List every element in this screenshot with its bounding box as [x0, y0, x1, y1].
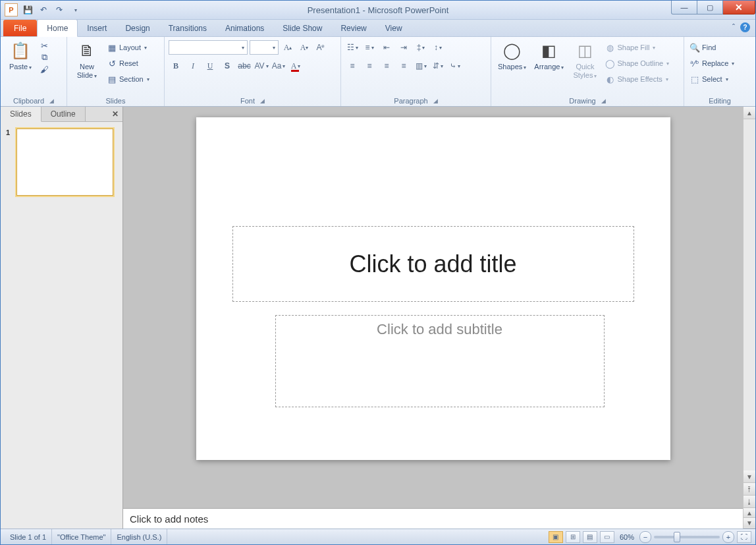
pane-close-button[interactable]: ✕	[108, 107, 122, 121]
tab-design[interactable]: Design	[116, 20, 159, 36]
title-placeholder[interactable]: Click to add title	[232, 226, 634, 302]
subtitle-placeholder[interactable]: Click to add subtitle	[275, 315, 605, 407]
italic-button[interactable]: I	[186, 59, 200, 73]
tab-slideshow[interactable]: Slide Show	[273, 20, 331, 36]
minimize-ribbon-button[interactable]: ˆ	[732, 23, 735, 32]
shadow-button[interactable]: S	[220, 59, 234, 73]
tab-review[interactable]: Review	[331, 20, 375, 36]
smartart-button[interactable]: ⤷▾	[448, 59, 462, 73]
sorter-view-button[interactable]: ⊞	[566, 531, 580, 543]
notes-scrollbar[interactable]: ▲ ▼	[743, 508, 755, 528]
quick-styles-button[interactable]: ◫ Quick Styles▾	[569, 39, 601, 82]
fit-to-window-button[interactable]: ⛶	[737, 531, 751, 543]
replace-button[interactable]: ᵃ⁄ᵇReplace▾	[688, 56, 736, 71]
next-slide-button[interactable]: ⭳	[743, 496, 755, 508]
tab-transitions[interactable]: Transitions	[159, 20, 216, 36]
slide-canvas-wrap[interactable]: Click to add title Click to add subtitle	[123, 107, 743, 508]
shapes-label: Shapes	[498, 63, 522, 71]
drawing-dialog-launcher[interactable]: ◢	[601, 98, 606, 104]
scroll-down-button[interactable]: ▼	[743, 471, 755, 483]
font-color-button[interactable]: A▾	[288, 59, 303, 73]
help-button[interactable]: ?	[740, 22, 750, 32]
find-button[interactable]: 🔍Find	[688, 40, 736, 55]
numbering-button[interactable]: ≡▾	[362, 40, 377, 55]
pane-tab-slides[interactable]: Slides	[1, 107, 41, 122]
reset-button[interactable]: ↺Reset	[105, 56, 151, 71]
zoom-slider[interactable]	[654, 536, 720, 538]
tab-view[interactable]: View	[376, 20, 412, 36]
vertical-scrollbar[interactable]: ▲ ▼ ⭱ ⭳	[743, 107, 755, 508]
align-center-button[interactable]: ≡	[362, 59, 377, 73]
zoom-out-button[interactable]: −	[639, 531, 651, 543]
find-icon: 🔍	[689, 42, 700, 53]
save-button[interactable]: 💾	[22, 4, 34, 16]
line-spacing-button[interactable]: ‡▾	[414, 40, 428, 55]
change-case-button[interactable]: Aa▾	[271, 59, 286, 73]
justify-button[interactable]: ≡	[396, 59, 411, 73]
scroll-track[interactable]	[743, 119, 755, 471]
align-right-button[interactable]: ≡	[379, 59, 394, 73]
maximize-button[interactable]: ▢	[697, 1, 723, 14]
status-theme[interactable]: "Office Theme"	[52, 529, 111, 544]
shape-outline-button[interactable]: ◯Shape Outline▾	[603, 56, 670, 71]
normal-view-button[interactable]: ▣	[549, 531, 563, 543]
tab-file[interactable]: File	[3, 20, 37, 36]
clipboard-dialog-launcher[interactable]: ◢	[49, 98, 54, 104]
status-language[interactable]: English (U.S.)	[111, 529, 167, 544]
section-button[interactable]: ▤Section▾	[105, 72, 151, 86]
notes-pane[interactable]: Click to add notes	[123, 508, 743, 529]
tab-insert[interactable]: Insert	[78, 20, 116, 36]
pane-tab-outline[interactable]: Outline	[41, 107, 86, 121]
new-slide-button[interactable]: 🗎 New Slide▾	[71, 39, 103, 82]
qat-customize[interactable]: ▾	[69, 4, 81, 16]
arrange-button[interactable]: ◧ Arrange▾	[531, 39, 566, 73]
close-button[interactable]: ✕	[723, 1, 755, 14]
decrease-indent-button[interactable]: ⇤	[379, 40, 394, 55]
notes-scroll-up[interactable]: ▲	[743, 508, 755, 518]
notes-scroll-down[interactable]: ▼	[743, 518, 755, 527]
clear-formatting-button[interactable]: Aᵉ	[313, 40, 328, 55]
slideshow-view-button[interactable]: ▭	[600, 531, 614, 543]
paste-icon: 📋	[10, 40, 31, 61]
reading-view-button[interactable]: ▤	[583, 531, 597, 543]
character-spacing-button[interactable]: AV▾	[254, 59, 269, 73]
align-text-button[interactable]: ⇵▾	[431, 59, 445, 73]
tab-home[interactable]: Home	[37, 19, 78, 37]
undo-button[interactable]: ↶	[38, 4, 49, 16]
tab-animations[interactable]: Animations	[216, 20, 273, 36]
zoom-level-label[interactable]: 60%	[620, 533, 634, 541]
thumbnail-preview[interactable]	[16, 129, 113, 196]
scroll-up-button[interactable]: ▲	[743, 107, 755, 119]
thumbnail-item[interactable]: 1	[6, 129, 117, 196]
text-direction-button[interactable]: ↕▾	[431, 40, 445, 55]
redo-button[interactable]: ↷	[53, 4, 65, 16]
prev-slide-button[interactable]: ⭱	[743, 483, 755, 496]
shapes-button[interactable]: ◯ Shapes▾	[495, 39, 529, 73]
bold-button[interactable]: B	[169, 59, 183, 73]
status-slide-info[interactable]: Slide 1 of 1	[5, 529, 52, 544]
select-button[interactable]: ⬚Select▾	[688, 72, 736, 86]
bullets-button[interactable]: ☷▾	[345, 40, 360, 55]
font-family-combo[interactable]: ▾	[169, 40, 248, 55]
columns-button[interactable]: ▥▾	[414, 59, 428, 73]
zoom-in-button[interactable]: +	[722, 531, 734, 543]
paste-button[interactable]: 📋 Paste▾	[5, 39, 36, 73]
format-painter-button[interactable]: 🖌	[39, 64, 49, 74]
font-size-combo[interactable]: ▾	[250, 40, 279, 55]
copy-button[interactable]: ⧉	[39, 52, 49, 63]
strikethrough-button[interactable]: abc	[237, 59, 252, 73]
minimize-button[interactable]: —	[671, 1, 697, 14]
slide-canvas[interactable]: Click to add title Click to add subtitle	[196, 117, 670, 460]
grow-font-button[interactable]: A▴	[281, 40, 295, 55]
layout-button[interactable]: ▦Layout▾	[105, 40, 151, 55]
shape-fill-button[interactable]: ◍Shape Fill▾	[603, 40, 670, 55]
increase-indent-button[interactable]: ⇥	[396, 40, 411, 55]
underline-button[interactable]: U	[203, 59, 217, 73]
cut-button[interactable]: ✂	[39, 40, 49, 51]
paragraph-dialog-launcher[interactable]: ◢	[433, 98, 438, 104]
zoom-slider-thumb[interactable]	[674, 532, 680, 542]
align-left-button[interactable]: ≡	[345, 59, 360, 73]
shrink-font-button[interactable]: A▾	[297, 40, 311, 55]
shape-effects-button[interactable]: ◐Shape Effects▾	[603, 72, 670, 86]
font-dialog-launcher[interactable]: ◢	[260, 98, 265, 104]
